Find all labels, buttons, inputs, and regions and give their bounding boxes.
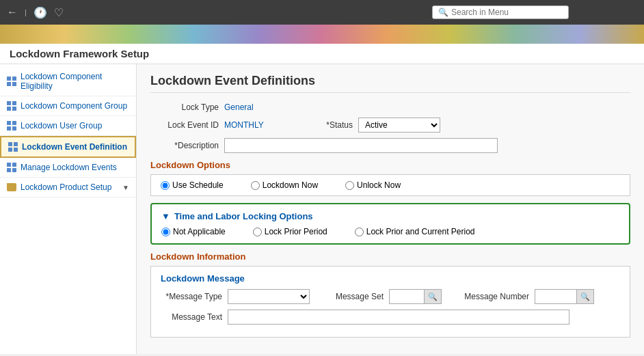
sidebar-item-component-group[interactable]: Lockdown Component Group — [0, 96, 136, 116]
back-icon[interactable]: ← — [7, 6, 18, 18]
tl-chevron-icon[interactable]: ▼ — [161, 211, 170, 221]
svg-rect-17 — [12, 163, 16, 167]
not-applicable-radio[interactable] — [161, 228, 170, 236]
tl-option-not-applicable[interactable]: Not Applicable — [161, 227, 226, 236]
message-set-label: Message Set — [329, 292, 384, 301]
unlock-now-label: Unlock Now — [357, 180, 401, 190]
svg-rect-0 — [7, 77, 11, 81]
unlock-now-radio[interactable] — [345, 181, 354, 190]
sidebar-item-user-group[interactable]: Lockdown User Group — [0, 116, 136, 136]
svg-rect-2 — [7, 82, 11, 86]
message-set-search-button[interactable]: 🔍 — [424, 290, 441, 303]
svg-rect-9 — [12, 121, 16, 125]
message-text-label: Message Text — [161, 312, 222, 322]
banner — [0, 25, 644, 44]
lock-prior-radio[interactable] — [253, 228, 262, 236]
sidebar-item-event-definition[interactable]: Lockdown Event Definition — [0, 136, 136, 158]
sidebar-item-label: Lockdown Event Definition — [22, 142, 127, 152]
sidebar-item-label: Lockdown Product Setup — [21, 182, 111, 192]
svg-rect-7 — [12, 107, 16, 111]
sidebar-item-product-setup[interactable]: Lockdown Product Setup ▼ — [0, 178, 136, 197]
svg-rect-11 — [12, 126, 16, 131]
message-number-search-button[interactable]: 🔍 — [576, 290, 593, 303]
svg-rect-14 — [8, 148, 12, 152]
message-number-field: 🔍 — [535, 289, 594, 304]
message-text-input[interactable] — [228, 310, 569, 325]
search-input[interactable] — [451, 8, 561, 17]
lock-event-id-row: Lock Event ID MONTHLY *Status Active Ina… — [150, 118, 630, 133]
message-number-input[interactable] — [535, 290, 576, 303]
folder-icon — [7, 183, 16, 191]
description-input[interactable] — [224, 138, 498, 153]
lock-type-value: General — [224, 102, 254, 112]
lock-event-id-label: Lock Event ID — [150, 120, 219, 130]
grid-icon-2 — [7, 101, 16, 111]
svg-rect-19 — [12, 168, 16, 172]
search-bar[interactable]: 🔍 — [432, 5, 569, 19]
tl-options-row: Not Applicable Lock Prior Period Lock Pr… — [161, 227, 619, 236]
svg-rect-15 — [14, 148, 18, 152]
lockdown-now-label: Lockdown Now — [263, 180, 318, 190]
lock-type-row: Lock Type General — [150, 102, 630, 112]
svg-rect-1 — [12, 77, 16, 81]
tl-option-lock-prior-current[interactable]: Lock Prior and Current Period — [355, 227, 475, 236]
message-type-row: *Message Type Message Set 🔍 Message Numb… — [161, 289, 620, 304]
svg-rect-18 — [7, 168, 11, 172]
sidebar: Lockdown Component Eligibility Lockdown … — [0, 64, 137, 354]
svg-rect-3 — [12, 82, 16, 86]
svg-rect-4 — [7, 101, 11, 105]
message-type-select[interactable] — [228, 289, 310, 304]
history-icon[interactable]: 🕐 — [33, 6, 47, 19]
separator: | — [25, 8, 27, 16]
status-label: *Status — [312, 120, 353, 130]
svg-rect-12 — [8, 142, 12, 146]
option-use-schedule[interactable]: Use Schedule — [161, 180, 224, 190]
tl-header: ▼ Time and Labor Locking Options — [161, 211, 619, 221]
sidebar-item-label: Lockdown Component Eligibility — [21, 72, 129, 91]
lock-event-id-value: MONTHLY — [224, 120, 306, 130]
content-area: Lockdown Event Definitions Lock Type Gen… — [137, 64, 644, 354]
lock-type-label: Lock Type — [150, 102, 219, 112]
sidebar-item-component-eligibility[interactable]: Lockdown Component Eligibility — [0, 67, 136, 96]
lockdown-info-box: Lockdown Message *Message Type Message S… — [150, 266, 630, 338]
sidebar-item-manage-events[interactable]: Manage Lockdown Events — [0, 158, 136, 178]
page-title: Lockdown Framework Setup — [10, 48, 634, 59]
tl-option-lock-prior[interactable]: Lock Prior Period — [253, 227, 327, 236]
sidebar-item-label: Manage Lockdown Events — [21, 163, 117, 172]
status-select[interactable]: Active Inactive — [358, 118, 440, 133]
svg-rect-16 — [7, 163, 11, 167]
content-title: Lockdown Event Definitions — [150, 74, 630, 93]
sidebar-item-label: Lockdown Component Group — [21, 101, 127, 111]
favorite-icon[interactable]: ♡ — [54, 6, 64, 19]
lockdown-info-header: Lockdown Information — [150, 251, 630, 262]
main-layout: Lockdown Component Eligibility Lockdown … — [0, 64, 644, 354]
message-type-label: *Message Type — [161, 292, 222, 301]
lockdown-now-radio[interactable] — [251, 181, 260, 190]
lockdown-options-box: Use Schedule Lockdown Now Unlock Now — [150, 174, 630, 196]
not-applicable-label: Not Applicable — [173, 227, 226, 236]
top-bar-left: ← | 🕐 ♡ — [7, 6, 64, 19]
description-row: *Description — [150, 138, 630, 153]
tl-header-label: Time and Labor Locking Options — [174, 211, 313, 221]
message-set-input[interactable] — [390, 290, 424, 303]
search-icon: 🔍 — [438, 8, 448, 17]
lock-prior-label: Lock Prior Period — [265, 227, 327, 236]
sidebar-item-label: Lockdown User Group — [21, 121, 102, 131]
grid-icon-4 — [8, 142, 18, 152]
svg-rect-6 — [7, 107, 11, 111]
option-lockdown-now[interactable]: Lockdown Now — [251, 180, 318, 190]
use-schedule-radio[interactable] — [161, 181, 170, 190]
message-number-label: Message Number — [461, 292, 529, 301]
lock-prior-current-label: Lock Prior and Current Period — [366, 227, 475, 236]
top-bar: ← | 🕐 ♡ 🔍 — [0, 0, 644, 25]
message-set-field: 🔍 — [389, 289, 442, 304]
description-label: *Description — [150, 141, 219, 150]
svg-rect-8 — [7, 121, 11, 125]
grid-icon-5 — [7, 163, 16, 172]
chevron-icon: ▼ — [122, 184, 129, 191]
option-unlock-now[interactable]: Unlock Now — [345, 180, 401, 190]
lock-prior-current-radio[interactable] — [355, 228, 364, 236]
svg-rect-13 — [14, 142, 18, 146]
grid-icon — [7, 77, 16, 86]
time-labor-box: ▼ Time and Labor Locking Options Not App… — [150, 203, 630, 245]
